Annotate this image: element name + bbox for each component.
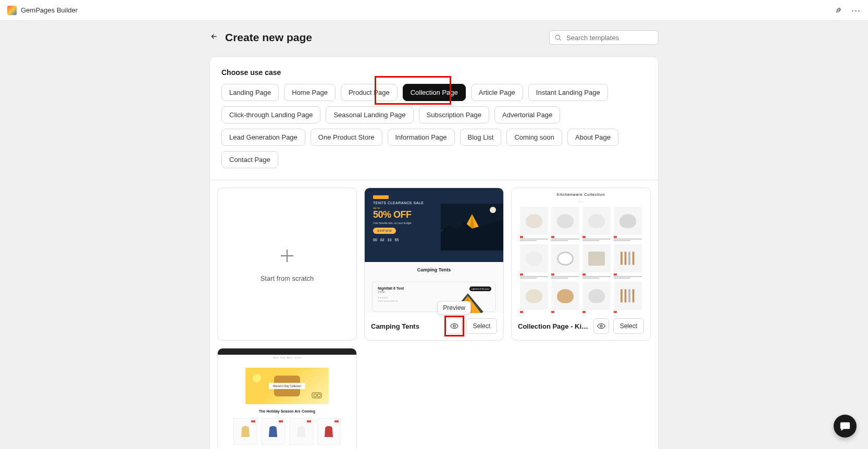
thumb-product-item	[551, 244, 579, 272]
use-case-pill[interactable]: One Product Store	[311, 129, 382, 146]
thumb-product-item	[614, 282, 642, 310]
thumb-product-item	[614, 207, 642, 235]
preview-button[interactable]: Preview	[447, 318, 462, 334]
svg-line-0	[836, 11, 837, 12]
svg-point-14	[453, 325, 455, 327]
thumb-product-item	[582, 244, 611, 272]
svg-rect-17	[628, 252, 630, 265]
use-case-pill[interactable]: Information Page	[388, 129, 455, 146]
search-input[interactable]	[549, 30, 659, 45]
plus-icon	[278, 246, 296, 268]
use-case-pill[interactable]: Advertorial Page	[494, 106, 560, 123]
svg-point-1	[555, 35, 560, 39]
use-case-pill[interactable]: Coming soon	[506, 129, 562, 146]
use-case-pill[interactable]: About Page	[567, 129, 618, 146]
tent-illustration-icon	[441, 204, 503, 251]
thumb-text: Camping Tents	[372, 267, 496, 272]
app-logo	[7, 6, 17, 15]
use-case-pill[interactable]: Click-through Landing Page	[221, 106, 320, 123]
pin-icon[interactable]	[835, 7, 842, 14]
eye-icon	[597, 322, 605, 330]
highlight-annotation	[375, 76, 451, 105]
thumb-product-item	[614, 244, 642, 272]
back-arrow-icon[interactable]	[209, 32, 219, 43]
chat-widget-button[interactable]	[834, 415, 857, 438]
use-case-pill[interactable]: Lead Generation Page	[221, 129, 305, 146]
thumb-text: 33	[388, 238, 392, 242]
preview-button[interactable]	[593, 318, 609, 334]
use-case-pill[interactable]: Contact Page	[221, 151, 278, 168]
svg-point-24	[253, 374, 261, 382]
chat-icon	[839, 420, 851, 432]
thumb-product-item	[582, 282, 611, 310]
svg-point-26	[314, 394, 317, 397]
svg-point-6	[490, 207, 496, 213]
thumb-text: Kitchenware Collection	[512, 188, 650, 200]
svg-rect-19	[621, 289, 623, 302]
use-case-pill[interactable]: Blog List	[460, 129, 502, 146]
thumb-product-item	[289, 418, 313, 445]
template-thumbnail[interactable]: Home Shop About Contact Women's Day Coll…	[218, 348, 356, 449]
svg-rect-18	[633, 252, 635, 265]
preview-tooltip: Preview	[437, 301, 471, 315]
more-icon[interactable]: ···	[851, 6, 861, 15]
thumb-text: 02	[380, 238, 385, 242]
content-card: Choose use case Landing PageHome PagePro…	[209, 56, 659, 449]
template-card-camping: TENTS CLEARANCE SALE up to 50% OFF Your …	[364, 188, 504, 341]
scratch-label: Start from scratch	[261, 275, 314, 282]
thumb-product-item	[233, 418, 257, 445]
use-case-pill[interactable]: Seasonal Landing Page	[326, 106, 413, 123]
thumb-product-item	[262, 418, 286, 445]
thumb-product-item	[582, 207, 611, 235]
app-name: GemPages Builder	[21, 6, 78, 14]
app-top-bar: GemPages Builder ···	[0, 0, 868, 21]
use-case-pill[interactable]: Landing Page	[221, 84, 279, 101]
thumb-text: 00	[373, 238, 377, 242]
use-case-pill[interactable]: Subscription Page	[419, 106, 490, 123]
svg-point-23	[600, 325, 602, 327]
select-button[interactable]: Select	[613, 318, 644, 334]
use-case-pill[interactable]: Instant Landing Page	[528, 84, 608, 101]
template-name: Collection Page - Kitchenware	[518, 322, 589, 330]
template-card-fashion: Home Shop About Contact Women's Day Coll…	[217, 348, 357, 449]
svg-point-27	[317, 394, 320, 397]
template-name: Camping Tents	[371, 322, 442, 330]
search-icon	[554, 34, 562, 41]
template-card-kitchenware: Kitchenware Collection — • — Collection …	[511, 188, 651, 341]
thumb-product-item	[551, 207, 579, 235]
template-thumbnail[interactable]: Kitchenware Collection — • —	[512, 188, 650, 313]
thumb-product-item	[520, 244, 548, 272]
thumb-text: SHOP NOW	[373, 228, 396, 234]
thumb-text: Women's Day Collection	[269, 383, 305, 389]
eye-icon	[450, 322, 458, 330]
thumb-product-item	[317, 418, 341, 445]
thumb-text: 55	[394, 238, 399, 242]
svg-rect-15	[621, 252, 623, 265]
thumb-text: Lightest of the year	[469, 286, 491, 291]
page-header: Create new page	[209, 30, 659, 45]
template-thumbnail[interactable]: TENTS CLEARANCE SALE up to 50% OFF Your …	[365, 188, 503, 313]
svg-rect-21	[628, 289, 630, 302]
use-case-pill[interactable]: Home Page	[284, 84, 336, 101]
svg-rect-22	[633, 289, 635, 302]
svg-rect-16	[625, 252, 627, 265]
use-case-label: Choose use case	[221, 68, 647, 77]
svg-rect-20	[625, 289, 627, 302]
thumb-product-item	[520, 207, 548, 235]
select-button[interactable]: Select	[466, 318, 497, 334]
page-title: Create new page	[225, 31, 312, 44]
thumb-text: The Holiday Season Are Coming	[218, 409, 356, 413]
thumb-product-item	[551, 282, 579, 310]
thumb-product-item	[520, 282, 548, 310]
svg-line-2	[560, 39, 561, 41]
use-case-pill[interactable]: Article Page	[471, 84, 523, 101]
start-from-scratch-card[interactable]: Start from scratch	[217, 188, 357, 341]
